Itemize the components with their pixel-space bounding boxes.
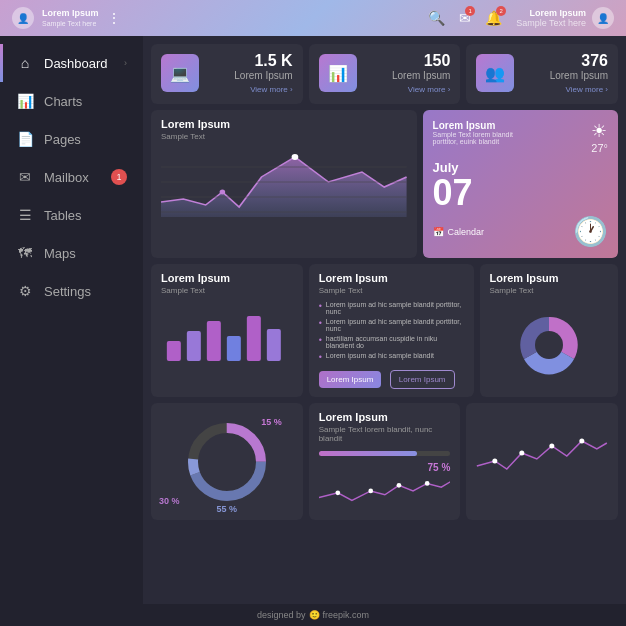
svg-rect-11 — [247, 316, 261, 361]
progress-title: Lorem Ipsum — [319, 411, 451, 423]
topbar-right-username: Lorem Ipsum — [516, 8, 586, 18]
mini-list-title: Lorem Ipsum — [319, 272, 464, 284]
list-bullet: • — [319, 335, 322, 345]
sidebar-item-charts[interactable]: 📊 Charts — [0, 82, 143, 120]
sidebar-item-maps[interactable]: 🗺 Maps — [0, 234, 143, 272]
topbar-right-user-sub: Sample Text here — [516, 18, 586, 28]
topbar-menu-dots[interactable]: ⋮ — [107, 10, 121, 26]
stat-card-0: 💻 1.5 K Lorem Ipsum View more › — [151, 44, 303, 104]
svg-rect-7 — [167, 341, 181, 361]
weather-date-area: July 07 — [433, 160, 608, 211]
list-bullet: • — [319, 318, 322, 328]
notification-icon[interactable]: 🔔 2 — [485, 10, 502, 26]
weather-bottom: 📅 Calendar 🕐 — [433, 215, 608, 248]
avatar: 👤 — [12, 7, 34, 29]
chevron-right-icon: › — [124, 58, 127, 68]
mini-list-card: Lorem Ipsum Sample Text •Lorem ipsum ad … — [309, 264, 474, 397]
mini-pie-card: Lorem Ipsum Sample Text — [480, 264, 619, 397]
svg-marker-0 — [161, 157, 407, 217]
notif-badge: 2 — [496, 6, 506, 16]
calendar-label: 📅 Calendar — [433, 227, 485, 237]
mini-list-btns: Lorem Ipsum Lorem Ipsum — [319, 368, 464, 389]
sidebar-item-settings[interactable]: ⚙ Settings — [0, 272, 143, 310]
mail-badge: 1 — [465, 6, 475, 16]
list-btn-2[interactable]: Lorem Ipsum — [390, 370, 455, 389]
mini-pie-sub: Sample Text — [490, 286, 609, 295]
settings-icon: ⚙ — [16, 283, 34, 299]
line-mini-chart — [476, 411, 608, 486]
charts-icon: 📊 — [16, 93, 34, 109]
progress-bar-area — [319, 451, 451, 456]
topbar-right-avatar[interactable]: 👤 — [592, 7, 614, 29]
sidebar-label-mailbox: Mailbox — [44, 170, 89, 185]
donut-chart-svg — [182, 417, 272, 507]
mini-list-sub: Sample Text — [319, 286, 464, 295]
topbar: 👤 Lorem Ipsum Sample Text here ⋮ 🔍 ✉ 1 🔔… — [0, 0, 626, 36]
svg-point-22 — [335, 491, 340, 496]
stat-card-1: 📊 150 Lorem Ipsum View more › — [309, 44, 461, 104]
weather-info: Lorem Ipsum Sample Text lorem blandit po… — [433, 120, 533, 145]
calendar-icon: 📅 — [433, 227, 444, 237]
svg-point-21 — [368, 489, 373, 494]
svg-rect-9 — [207, 321, 221, 361]
sidebar-item-mailbox[interactable]: ✉ Mailbox 1 — [0, 158, 143, 196]
sidebar-item-tables[interactable]: ☰ Tables — [0, 196, 143, 234]
topbar-right-user-info: Lorem Ipsum Sample Text here — [516, 8, 586, 28]
chart-title: Lorem Ipsum — [161, 118, 407, 130]
stat-icon-1: 📊 — [319, 54, 357, 92]
sidebar-label-charts: Charts — [44, 94, 82, 109]
progress-sub: Sample Text lorem blandit, nunc blandit — [319, 425, 451, 443]
tables-icon: ☰ — [16, 207, 34, 223]
list-btn-1[interactable]: Lorem Ipsum — [319, 371, 382, 388]
footer-text: designed by — [257, 610, 306, 620]
sun-icon: ☀ — [591, 120, 608, 142]
list-bullet: • — [319, 301, 322, 311]
svg-point-23 — [550, 444, 555, 449]
list-item: •Lorem ipsum ad hic sample blandit portt… — [319, 301, 464, 315]
sidebar-label-pages: Pages — [44, 132, 81, 147]
svg-point-19 — [424, 481, 429, 486]
area-chart-card: Lorem Ipsum Sample Text — [151, 110, 417, 258]
maps-icon: 🗺 — [16, 245, 34, 261]
svg-point-25 — [493, 459, 498, 464]
pie-chart-area — [490, 301, 609, 389]
donut-labels: 15 % — [261, 417, 282, 427]
sidebar: ⌂ Dashboard › 📊 Charts 📄 Pages ✉ Mailbox… — [0, 36, 143, 604]
sidebar-item-dashboard[interactable]: ⌂ Dashboard › — [0, 44, 143, 82]
topbar-left: 👤 Lorem Ipsum Sample Text here ⋮ — [12, 7, 121, 29]
sidebar-label-settings: Settings — [44, 284, 91, 299]
stat-icon-2: 👥 — [476, 54, 514, 92]
svg-point-20 — [396, 483, 401, 488]
mini-bar-title: Lorem Ipsum — [161, 272, 293, 284]
sidebar-item-pages[interactable]: 📄 Pages — [0, 120, 143, 158]
weather-top: Lorem Ipsum Sample Text lorem blandit po… — [433, 120, 608, 154]
svg-rect-10 — [227, 336, 241, 361]
sidebar-label-tables: Tables — [44, 208, 82, 223]
list-item: •Lorem ipsum ad hic sample blandit — [319, 352, 464, 362]
search-icon[interactable]: 🔍 — [428, 10, 445, 26]
progress-line-chart — [319, 473, 451, 508]
svg-point-26 — [580, 439, 585, 444]
topbar-user-sub: Sample Text here — [42, 19, 99, 28]
list-item: •Lorem ipsum ad hic sample blandit portt… — [319, 318, 464, 332]
mountain-chart — [161, 147, 407, 217]
mailbox-icon: ✉ — [16, 169, 34, 185]
footer-brand: freepik.com — [323, 610, 370, 620]
list-bullet: • — [319, 352, 322, 362]
mini-list-items: •Lorem ipsum ad hic sample blandit portt… — [319, 301, 464, 362]
donut-chart-wrapper: 15 % — [182, 417, 272, 507]
stat-icon-0: 💻 — [161, 54, 199, 92]
svg-point-2 — [220, 190, 226, 195]
pages-icon: 📄 — [16, 131, 34, 147]
svg-point-14 — [535, 331, 563, 359]
mid-row: Lorem Ipsum Sample Text — [151, 110, 618, 258]
mail-icon[interactable]: ✉ 1 — [459, 10, 471, 26]
progress-pct: 75 % — [319, 462, 451, 473]
donut-card: 15 % 30 % 55 % — [151, 403, 303, 520]
sidebar-label-dashboard: Dashboard — [44, 56, 108, 71]
weather-sub: Sample Text lorem blandit porttitor, eui… — [433, 131, 533, 145]
weather-title: Lorem Ipsum — [433, 120, 533, 131]
topbar-username: Lorem Ipsum — [42, 8, 99, 20]
mini-bar-card: Lorem Ipsum Sample Text — [151, 264, 303, 397]
line-mini-card — [466, 403, 618, 520]
